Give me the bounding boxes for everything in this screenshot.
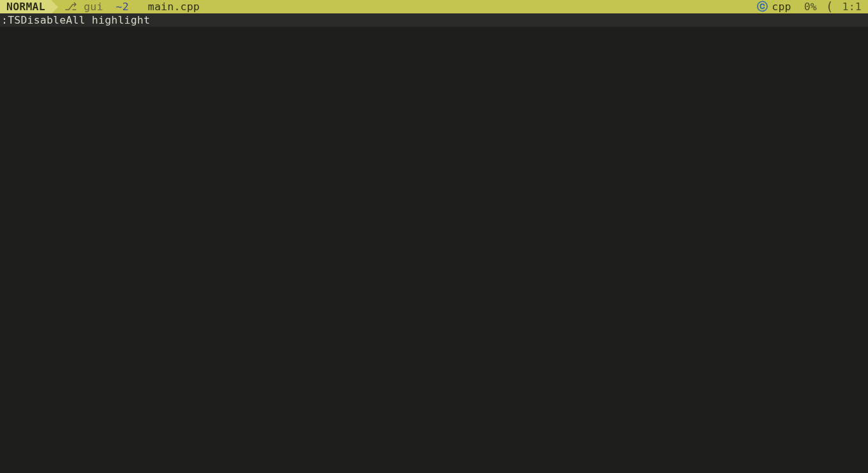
git-branch: ⎇ gui xyxy=(58,0,110,13)
branch-icon: ⎇ xyxy=(64,0,77,13)
editor-root: 1#include <iostream>↵1#include <fstream>… xyxy=(0,0,868,473)
filetype: ⓒcpp xyxy=(751,0,798,13)
separator-icon xyxy=(135,1,142,13)
branch-name: gui xyxy=(84,0,103,13)
cursor-position: 1:1 xyxy=(836,0,868,13)
command-line[interactable]: :TSDisableAll highlight xyxy=(0,13,868,27)
mode-indicator: NORMAL xyxy=(0,0,52,13)
separator-curve-icon: ( xyxy=(823,0,836,13)
statusline: NORMAL ⎇ gui ~2 main.cpp ⓒcpp 0% ( 1:1 xyxy=(0,0,868,13)
empty-area xyxy=(0,27,868,473)
filename: main.cpp xyxy=(142,0,206,13)
scroll-percent: 0% xyxy=(798,0,823,13)
separator-icon xyxy=(52,1,58,13)
git-mods: ~2 xyxy=(110,0,135,13)
filetype-label: cpp xyxy=(772,0,791,13)
filetype-icon: ⓒ xyxy=(757,0,768,13)
